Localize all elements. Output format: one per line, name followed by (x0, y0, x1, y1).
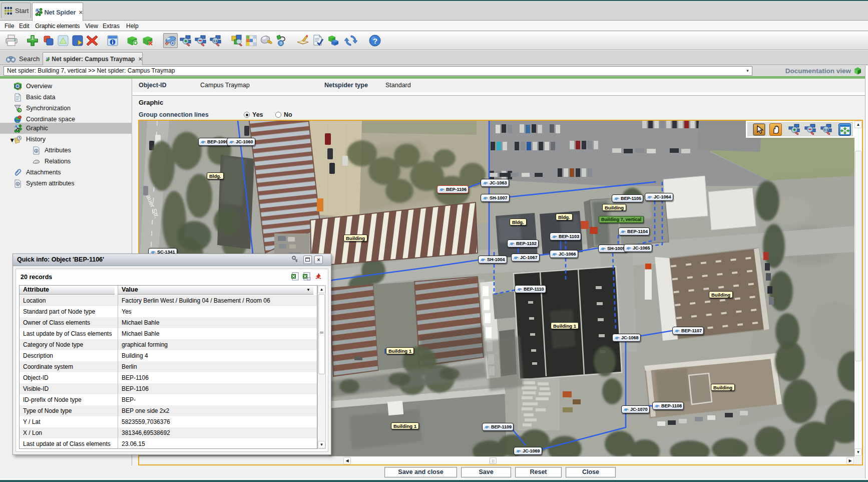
svg-text:?: ? (373, 37, 377, 45)
svg-text:1:1: 1:1 (213, 40, 218, 43)
svg-text:1:1: 1:1 (824, 128, 828, 131)
svg-text:?: ? (280, 41, 282, 46)
